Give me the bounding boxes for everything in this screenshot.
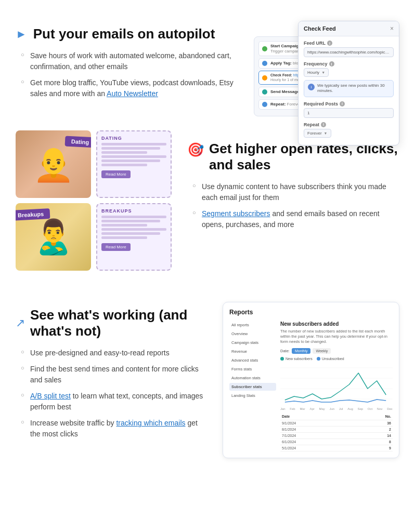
breakups-tag: Breakups (16, 208, 50, 221)
sidebar-automation-stats[interactable]: Automation stats (229, 374, 276, 382)
dynamic-content-images: 🧑‍🦲 Dating DATING Read More 🙎‍♂️ (16, 130, 172, 271)
frequency-caret-icon: ▼ (321, 71, 325, 74)
blue-line (285, 400, 386, 402)
filter-monthly-btn[interactable]: Monthly (292, 348, 311, 354)
repeat-select[interactable]: Forever ▼ (304, 129, 331, 138)
trending-up-icon: ↗ (16, 316, 25, 330)
open-rates-bullet-1: Use dynamic content to have subscribers … (192, 181, 399, 203)
step-text-5: Repeat: Forever (270, 102, 301, 107)
required-posts-input[interactable]: 1 (304, 108, 394, 118)
stats-no-1: 36 (354, 420, 393, 427)
stats-date-5: 5/1/2024 (280, 445, 354, 451)
sidebar-campaign-stats[interactable]: Campaign stats (229, 339, 276, 347)
article-btn-2: Read More (101, 243, 131, 251)
filter-label: Date: (280, 349, 290, 353)
reports-sidebar: All reports Overview Campaign stats Reve… (229, 321, 276, 451)
open-rates-content: 🎯 Get higher open rates, clicks, and sal… (187, 130, 399, 235)
auto-newsletter-link[interactable]: Auto Newsletter (107, 89, 158, 98)
reports-bullet-1: Use pre-designed and easy-to-read report… (21, 348, 207, 358)
feed-url-input[interactable]: https://www.coachingwithsophie.com/topic… (304, 47, 394, 57)
legend-dot-blue (317, 357, 320, 361)
section-open-rates: 🧑‍🦲 Dating DATING Read More 🙎‍♂️ (0, 120, 415, 291)
month-oct: Oct (368, 407, 372, 410)
close-button[interactable]: × (390, 25, 394, 32)
line-8 (101, 220, 160, 222)
article-lines-1 (101, 143, 166, 166)
reports-content: ↗ See what's working (and what's not) Us… (16, 302, 207, 445)
reports-bullets: Use pre-designed and easy-to-read report… (16, 348, 207, 440)
filter-weekly-btn[interactable]: Weekly (313, 348, 331, 354)
dating-article-card: DATING Read More (96, 130, 172, 198)
month-nov: Nov (377, 407, 383, 410)
section-autopilot: ► Put your emails on autopilot Save hour… (0, 0, 415, 120)
article-tag-1: DATING (101, 136, 166, 141)
sidebar-advanced-stats[interactable]: Advanced stats (229, 356, 276, 364)
open-rates-bullets: Use dynamic content to have subscribers … (187, 181, 399, 230)
step-dot-teal (262, 89, 267, 95)
check-feed-card: Check Feed × Feed URL i https://www.coac… (298, 21, 399, 145)
line-11 (101, 232, 160, 235)
stats-date-1: 9/1/2024 (280, 420, 354, 427)
line-9 (101, 224, 147, 227)
stats-date-3: 7/1/2024 (280, 433, 354, 439)
step-dot-orange (262, 75, 267, 81)
check-feed-body: Feed URL i https://www.coachingwithsophi… (299, 36, 399, 145)
autopilot-bullets: Save hours of work with automated welcom… (16, 50, 243, 99)
stats-row-1: 9/1/2024 36 (280, 420, 393, 427)
autopilot-content: ► Put your emails on autopilot Save hour… (16, 21, 243, 104)
reports-panel-title: Reports (229, 309, 393, 316)
line-1 (101, 143, 166, 145)
month-mar: Mar (300, 407, 305, 410)
article-tag-2: BREAKUPS (101, 208, 166, 214)
repeat-label: Repeat i (304, 122, 394, 127)
breakups-article-card: BREAKUPS Read More (96, 203, 172, 271)
sidebar-forms-stats[interactable]: Forms stats (229, 365, 276, 373)
check-feed-title: Check Feed (304, 25, 336, 32)
info-circle-icon: i (308, 84, 315, 90)
sidebar-landing-stats[interactable]: Landing Stats (229, 392, 276, 400)
stats-no-3: 14 (354, 433, 393, 439)
stats-table: Date No. 9/1/2024 36 8/1/2024 2 7/1/20 (280, 414, 393, 451)
stats-row-5: 5/1/2024 9 (280, 445, 393, 451)
month-sep: Sep (357, 407, 363, 410)
open-rates-title-row: 🎯 Get higher open rates, clicks, and sal… (187, 141, 399, 173)
open-rates-bullet-2: Segment subscribers and send emails base… (192, 208, 399, 230)
target-icon: 🎯 (187, 142, 204, 158)
feed-url-info-icon: i (327, 41, 332, 46)
reports-main-desc: The number of new subscribers added to t… (280, 329, 393, 344)
sidebar-subscriber-stats[interactable]: Subscriber stats (229, 383, 276, 391)
tracking-link[interactable]: tracking which emails (116, 419, 185, 427)
arrow-right-icon: ► (16, 28, 27, 41)
required-posts-label: Required Posts i (304, 101, 394, 107)
sidebar-revenue[interactable]: Revenue (229, 348, 276, 355)
line-7 (101, 216, 166, 218)
stats-no-5: 9 (354, 445, 393, 451)
sidebar-overview[interactable]: Overview (229, 330, 276, 338)
legend-label-teal: New subscribers (286, 357, 313, 361)
check-feed-header: Check Feed × (299, 21, 399, 36)
teal-line (285, 373, 386, 400)
segment-link[interactable]: Segment subscribers (202, 209, 270, 218)
reports-bullet-2: Find the best send times and content for… (21, 364, 207, 385)
feed-url-label: Feed URL i (304, 41, 394, 46)
reports-bullet-text-1: Use pre-designed and easy-to-read report… (30, 349, 170, 357)
stats-col-no: No. (354, 414, 393, 420)
reports-filter-row: Date: Monthly Weekly (280, 348, 393, 354)
person-breakups-card: 🙎‍♂️ Breakups (16, 203, 91, 271)
sidebar-all-reports[interactable]: All reports (229, 321, 276, 329)
month-jun: Jun (329, 407, 334, 410)
step-dot-blue-1 (262, 61, 267, 66)
month-jan: Jan (280, 407, 286, 410)
autopilot-title-row: ► Put your emails on autopilot (16, 26, 243, 42)
ab-test-link[interactable]: A/B split test (30, 392, 71, 400)
reports-panel: Reports All reports Overview Campaign st… (223, 302, 399, 458)
line-10 (101, 228, 166, 231)
month-aug: Aug (347, 407, 353, 410)
open-rates-heading: Get higher open rates, clicks, and sales (209, 141, 399, 173)
stats-header-row: Date No. (280, 414, 393, 420)
dating-tag: Dating (64, 136, 91, 148)
frequency-select[interactable]: Hourly ▼ (304, 68, 329, 77)
line-6 (101, 164, 147, 166)
repeat-select-row: Forever ▼ (304, 129, 394, 138)
legend-label-blue: Unsubscribed (322, 357, 344, 361)
